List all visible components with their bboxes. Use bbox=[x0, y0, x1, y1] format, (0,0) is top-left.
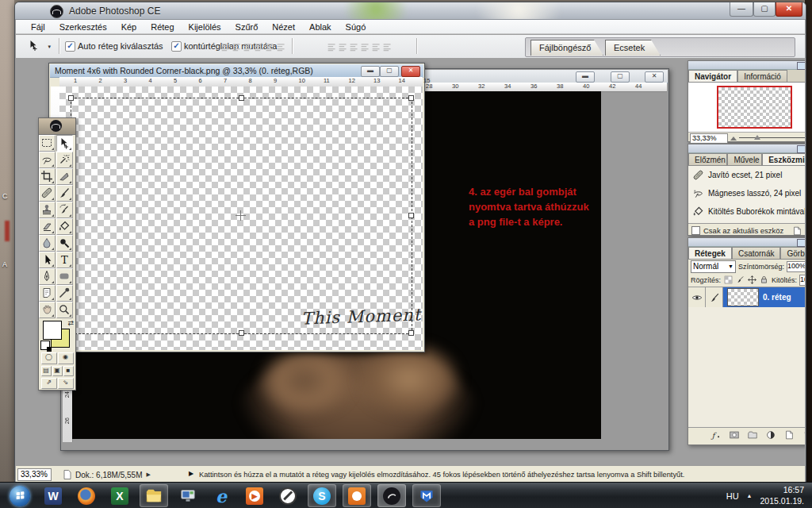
hand-tool[interactable] bbox=[39, 302, 56, 318]
taskbar-explorer[interactable] bbox=[140, 484, 168, 507]
doc1-close-button[interactable]: ✕ bbox=[401, 66, 420, 77]
fullscreen-menu-button[interactable]: ▣ bbox=[52, 366, 63, 376]
document-window-png[interactable]: Moment 4x6 with Rounded Corner-black.png… bbox=[48, 63, 425, 352]
tab-actions[interactable]: Művele bbox=[727, 153, 762, 165]
type-tool[interactable]: T bbox=[56, 252, 73, 268]
panel-title-strip[interactable] bbox=[688, 61, 805, 70]
layer-row[interactable]: 0. réteg bbox=[688, 287, 805, 307]
layer-group-button[interactable] bbox=[747, 429, 759, 441]
lock-pixels-toggle[interactable] bbox=[735, 275, 745, 285]
doc2-maximize-button[interactable]: ▢ bbox=[611, 71, 630, 83]
eraser-tool[interactable] bbox=[39, 218, 56, 235]
lasso-tool[interactable] bbox=[39, 152, 56, 168]
blur-tool[interactable] bbox=[39, 235, 56, 252]
doc2-close-button[interactable]: ✕ bbox=[645, 71, 664, 83]
blend-mode-select[interactable]: Normál▼ bbox=[691, 260, 736, 273]
standard-screen-button[interactable]: ▤ bbox=[41, 366, 52, 376]
selection-handle[interactable] bbox=[408, 95, 414, 101]
taskbar-media-player[interactable]: ▶ bbox=[241, 485, 268, 506]
imageready-button2[interactable]: ⇘ bbox=[58, 378, 74, 389]
taskbar-skype[interactable]: S bbox=[308, 484, 336, 507]
rectangular-marquee-tool[interactable] bbox=[39, 135, 56, 152]
maximize-button[interactable]: ▢ bbox=[753, 2, 776, 17]
language-indicator[interactable]: HU bbox=[726, 491, 739, 501]
brush-tool[interactable] bbox=[56, 185, 73, 202]
menu-rteg[interactable]: Réteg bbox=[144, 21, 181, 33]
doc1-minimize-button[interactable]: ▬ bbox=[361, 66, 380, 77]
navigator-zoom-field[interactable]: 33,33% bbox=[690, 133, 728, 144]
layer-name[interactable]: 0. réteg bbox=[763, 293, 791, 302]
swap-colors-icon[interactable]: ⇄ bbox=[67, 319, 74, 327]
lock-position-toggle[interactable] bbox=[747, 275, 757, 285]
zoom-slider-thumb[interactable] bbox=[754, 135, 760, 140]
show-bounds-checkbox[interactable]: ✓ bbox=[171, 41, 182, 52]
tab-info[interactable]: Információ bbox=[737, 70, 787, 82]
move-tool[interactable] bbox=[56, 135, 73, 152]
taskbar-firefox[interactable] bbox=[73, 485, 100, 506]
minimize-button[interactable]: — bbox=[730, 2, 753, 17]
visibility-cell[interactable] bbox=[688, 287, 706, 307]
imageready-button[interactable]: ⇗ bbox=[41, 378, 57, 389]
panel-title-strip[interactable] bbox=[688, 144, 805, 153]
menu-nzet[interactable]: Nézet bbox=[265, 21, 302, 33]
status-zoom-field[interactable]: 33,33% bbox=[17, 468, 52, 481]
selection-handle[interactable] bbox=[408, 213, 414, 218]
menu-szr[interactable]: Szűrő bbox=[228, 21, 266, 33]
tab-layers[interactable]: Rétegek bbox=[688, 247, 732, 259]
current-tool-only-checkbox[interactable] bbox=[691, 226, 700, 235]
panel-minimize-icon[interactable] bbox=[797, 239, 805, 247]
paint-bucket-tool[interactable] bbox=[56, 218, 73, 235]
taskbar-picasa[interactable] bbox=[343, 484, 371, 507]
panel-title-strip[interactable] bbox=[688, 238, 805, 247]
tab-paths[interactable]: Görbék bbox=[780, 247, 805, 259]
taskbar-malwarebytes[interactable] bbox=[412, 484, 441, 507]
new-layer-button[interactable] bbox=[783, 429, 795, 441]
tab-channels[interactable]: Csatornák bbox=[732, 247, 781, 259]
menu-kijells[interactable]: Kijelölés bbox=[182, 21, 228, 33]
menu-sg[interactable]: Súgó bbox=[339, 21, 373, 33]
auto-select-checkbox[interactable]: ✓ bbox=[65, 41, 75, 52]
foreground-color-swatch[interactable] bbox=[43, 321, 62, 340]
layer-style-button[interactable]: ƒ bbox=[710, 429, 722, 441]
doc1-canvas[interactable]: This Moment bbox=[59, 87, 423, 350]
notes-tool[interactable] bbox=[39, 285, 56, 302]
panel-minimize-icon[interactable] bbox=[797, 62, 805, 70]
tab-tool-presets[interactable]: Eszközminták bbox=[762, 153, 805, 165]
delete-layer-button[interactable] bbox=[802, 429, 805, 441]
tool-dropdown-arrow[interactable]: ▾ bbox=[48, 44, 51, 50]
path-selection-tool[interactable] bbox=[39, 252, 56, 268]
slice-tool[interactable] bbox=[56, 168, 73, 185]
preset-item[interactable]: Javító ecset, 21 pixel bbox=[688, 166, 805, 184]
selection-handle[interactable] bbox=[68, 95, 74, 101]
eyedropper-tool[interactable] bbox=[56, 285, 73, 302]
current-tool-preview[interactable]: ▾ bbox=[27, 39, 51, 54]
clone-stamp-tool[interactable] bbox=[39, 202, 56, 218]
quickmask-mode-button[interactable]: ◉ bbox=[58, 352, 74, 364]
taskbar-photoshop[interactable] bbox=[377, 484, 406, 507]
navigator-proxy-view[interactable] bbox=[717, 86, 792, 129]
opacity-field[interactable]: 100% bbox=[787, 261, 805, 272]
default-colors-icon[interactable] bbox=[40, 341, 50, 350]
taskbar-excel[interactable]: X bbox=[106, 485, 133, 506]
close-button[interactable]: ✕ bbox=[776, 2, 802, 17]
tab-file-browser[interactable]: Fájlböngésző bbox=[530, 40, 603, 56]
menu-kp[interactable]: Kép bbox=[114, 21, 144, 33]
tab-navigator[interactable]: Navigátor bbox=[688, 70, 737, 82]
taskbar-internet-explorer[interactable]: e bbox=[208, 485, 235, 506]
lock-all-toggle[interactable] bbox=[759, 275, 769, 285]
magic-wand-tool[interactable] bbox=[56, 152, 73, 168]
taskbar-opera[interactable] bbox=[274, 485, 301, 506]
taskbar-start[interactable] bbox=[6, 485, 33, 506]
toolbox-header[interactable] bbox=[39, 118, 75, 135]
chevron-up-icon[interactable]: ▲ bbox=[747, 493, 753, 498]
taskbar-monitor[interactable] bbox=[174, 485, 201, 506]
menu-szerkeszts[interactable]: Szerkesztés bbox=[52, 21, 114, 33]
fill-field[interactable]: 100% bbox=[799, 275, 805, 286]
selection-handle[interactable] bbox=[408, 330, 414, 336]
fullscreen-button[interactable]: ■ bbox=[63, 366, 74, 376]
zoom-slider[interactable] bbox=[739, 134, 805, 142]
title-bar[interactable]: Adobe Photoshop CE — ▢ ✕ bbox=[15, 2, 806, 20]
layer-mask-button[interactable] bbox=[729, 429, 741, 441]
doc2-minimize-button[interactable]: ▬ bbox=[576, 71, 595, 83]
menu-ablak[interactable]: Ablak bbox=[302, 21, 339, 33]
